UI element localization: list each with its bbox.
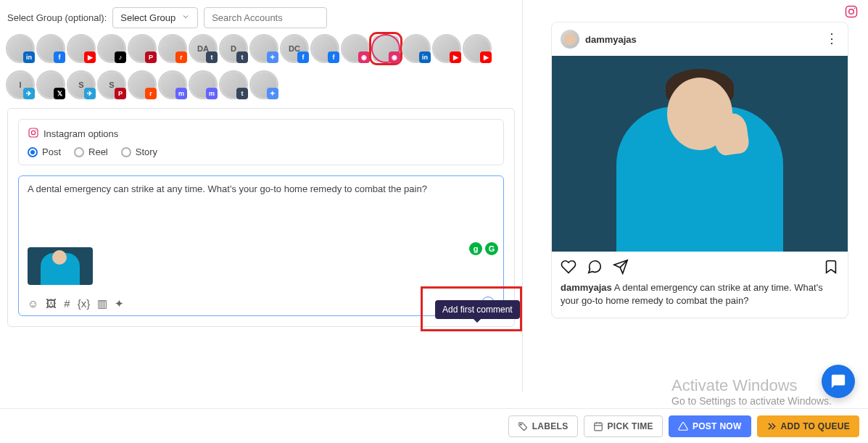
preview-username: dammyajas [585, 34, 637, 45]
instagram-options-title: Instagram options [44, 128, 118, 139]
group-label: Select Group (optional): [7, 12, 107, 23]
instagram-post-type-radios: PostReelStory [28, 146, 495, 157]
add-to-queue-button[interactable]: ADD TO QUEUE [757, 415, 859, 437]
facebook-icon: f [328, 51, 339, 63]
more-icon[interactable]: ⋮ [825, 36, 839, 41]
account-a9[interactable]: ✦ [251, 36, 277, 62]
account-b6[interactable]: m [160, 72, 186, 98]
mastodon-icon: m [175, 88, 187, 99]
select-group-text: Select Group [120, 12, 175, 23]
radio-label: Post [42, 146, 61, 157]
account-a12[interactable]: ◉ [342, 36, 368, 62]
account-a13[interactable]: ◉ [373, 36, 399, 62]
radio-reel[interactable]: Reel [74, 146, 108, 157]
svg-rect-0 [29, 128, 38, 137]
tumblr-icon: t [206, 51, 218, 63]
facebook-icon: f [54, 51, 65, 63]
radio-indicator [121, 147, 131, 157]
svg-rect-7 [594, 423, 602, 431]
account-a7[interactable]: DAt [190, 36, 216, 62]
account-a1[interactable]: in [7, 36, 33, 62]
facebook-icon: f [297, 51, 309, 63]
heart-icon[interactable] [561, 259, 576, 277]
x-icon: 𝕏 [54, 88, 65, 99]
youtube-icon: ▶ [450, 51, 461, 63]
variable-icon[interactable]: {x} [78, 298, 91, 309]
windows-watermark: Activate Windows Go to Settings to activ… [671, 376, 832, 407]
accounts-row-2: I✈𝕏S✈SPrmmt✦ [7, 72, 515, 98]
account-b4[interactable]: SP [99, 72, 125, 98]
account-b5[interactable]: r [129, 72, 155, 98]
radio-indicator [74, 147, 84, 157]
grid-icon[interactable]: ▥ [97, 298, 107, 309]
linkedin-icon: in [419, 51, 431, 63]
radio-story[interactable]: Story [121, 146, 157, 157]
footer-bar: LABELS PICK TIME POST NOW ADD TO QUEUE [0, 408, 868, 443]
pinterest-icon: P [115, 88, 126, 99]
share-icon[interactable] [613, 259, 629, 277]
svg-point-6 [520, 423, 521, 425]
instagram-icon [28, 127, 39, 141]
pick-time-text: PICK TIME [608, 421, 653, 431]
instagram-preview-card: dammyajas ⋮ dammyajas A dental emergency… [551, 22, 848, 318]
svg-point-1 [31, 131, 35, 134]
comment-icon[interactable] [587, 259, 603, 277]
search-accounts-input[interactable] [204, 7, 327, 28]
grammarly-icon-2[interactable]: G [485, 242, 498, 255]
account-a8[interactable]: Dt [220, 36, 247, 62]
svg-rect-3 [846, 7, 857, 17]
chevron-down-icon [181, 12, 190, 23]
account-a16[interactable]: ▶ [464, 36, 490, 62]
instagram-icon: ◉ [389, 51, 400, 63]
account-b2[interactable]: 𝕏 [38, 72, 64, 98]
youtube-icon: ▶ [84, 51, 96, 63]
account-a5[interactable]: P [129, 36, 155, 62]
post-editor[interactable]: A dental emergency can strike at any tim… [18, 175, 504, 316]
reddit-icon: r [175, 51, 187, 63]
labels-button[interactable]: LABELS [508, 415, 578, 437]
account-a6[interactable]: r [160, 36, 186, 62]
extension-icons: g G [469, 242, 498, 255]
sparkle-icon[interactable]: ✦ [115, 298, 124, 309]
tumblr-icon: t [236, 88, 248, 99]
telegram-icon: ✈ [23, 88, 35, 99]
chat-fab[interactable] [822, 365, 855, 398]
preview-caption: dammyajas A dental emergency can strike … [552, 281, 848, 318]
account-a14[interactable]: in [403, 36, 429, 62]
add-to-queue-text: ADD TO QUEUE [781, 421, 850, 431]
post-now-button[interactable]: POST NOW [669, 415, 751, 437]
pick-time-button[interactable]: PICK TIME [584, 415, 663, 437]
composer-card: Instagram options PostReelStory A dental… [7, 108, 515, 327]
account-a11[interactable]: f [312, 36, 338, 62]
account-b3[interactable]: S✈ [68, 72, 94, 98]
account-a2[interactable]: f [38, 36, 64, 62]
account-b7[interactable]: m [190, 72, 216, 98]
select-group-button[interactable]: Select Group [112, 7, 198, 28]
radio-label: Story [136, 146, 157, 157]
telegram-icon: ✈ [84, 88, 96, 99]
accounts-row-1: inf▶♪PrDAtDt✦DCff◉◉in▶▶ [7, 36, 515, 62]
grammarly-icon[interactable]: g [469, 242, 482, 255]
preview-caption-user: dammyajas [561, 282, 612, 293]
attached-image-thumbnail[interactable] [28, 247, 93, 285]
emoji-icon[interactable]: ☺ [28, 298, 38, 309]
reddit-icon: r [145, 88, 157, 99]
youtube-icon: ▶ [480, 51, 492, 63]
account-a15[interactable]: ▶ [434, 36, 460, 62]
account-b1[interactable]: I✈ [7, 72, 33, 98]
post-now-text: POST NOW [693, 421, 742, 431]
account-b8[interactable]: t [220, 72, 247, 98]
post-text[interactable]: A dental emergency can strike at any tim… [28, 183, 495, 234]
account-b9[interactable]: ✦ [251, 72, 277, 98]
bookmark-icon[interactable] [823, 266, 839, 277]
radio-post[interactable]: Post [28, 146, 61, 157]
svg-point-2 [36, 130, 36, 131]
account-a10[interactable]: DCf [281, 36, 307, 62]
labels-text: LABELS [532, 421, 569, 431]
image-icon[interactable]: 🖼 [46, 298, 57, 309]
account-a3[interactable]: ▶ [68, 36, 94, 62]
tumblr-icon: t [236, 51, 248, 63]
hashtag-icon[interactable]: # [64, 298, 70, 309]
bluesky-icon: ✦ [267, 51, 278, 63]
account-a4[interactable]: ♪ [99, 36, 125, 62]
